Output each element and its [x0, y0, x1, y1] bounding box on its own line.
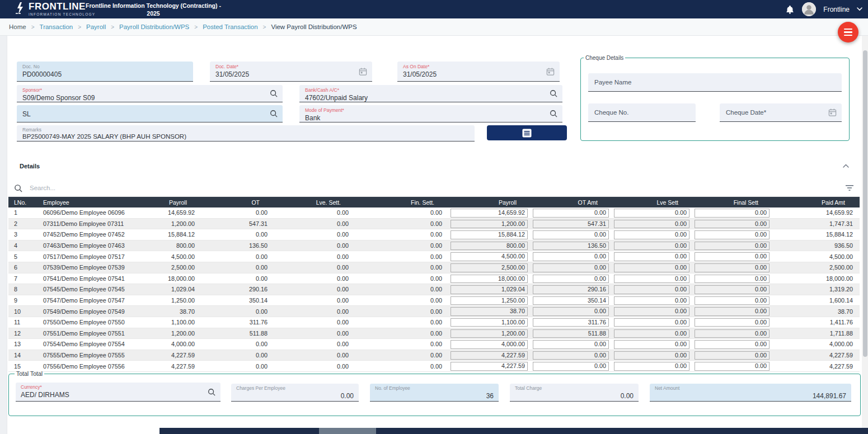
- amount-input[interactable]: 547.31: [533, 220, 609, 229]
- remarks-list-button[interactable]: [487, 125, 567, 140]
- amount-input[interactable]: 14,659.92: [451, 209, 528, 218]
- amount-input[interactable]: 0.00: [614, 362, 689, 371]
- amount-input[interactable]: 0.00: [614, 252, 689, 261]
- remarks-field[interactable]: Remarks BP25000749-MAY 2025 SALARY (BHP …: [17, 125, 475, 141]
- user-menu-label[interactable]: Frontline: [823, 6, 850, 13]
- amount-input[interactable]: 0.00: [695, 318, 770, 327]
- amount-input[interactable]: 0.00: [695, 275, 770, 284]
- amount-input[interactable]: 1,029.04: [451, 285, 528, 294]
- amount-input[interactable]: 0.00: [614, 351, 689, 360]
- amount-input[interactable]: 0.00: [614, 307, 689, 316]
- bank-cash-field[interactable]: Bank/Cash A/C* 47602/Unpaid Salary: [299, 85, 562, 102]
- amount-input[interactable]: 0.00: [614, 318, 689, 327]
- amount-input[interactable]: 511.88: [533, 329, 609, 338]
- breadcrumb-payroll[interactable]: Payroll: [86, 23, 106, 30]
- amount-input[interactable]: 0.00: [614, 230, 689, 239]
- sl-field[interactable]: SL: [17, 105, 283, 122]
- notification-bell-icon[interactable]: [785, 4, 795, 15]
- amount-input[interactable]: 0.00: [695, 285, 770, 294]
- cheque-date-calendar-icon[interactable]: [828, 108, 837, 117]
- breadcrumb-payroll-distribution[interactable]: Payroll Distribution/WPS: [119, 23, 189, 30]
- amount-input[interactable]: 15,884.12: [451, 230, 528, 239]
- amount-input[interactable]: 0.00: [695, 263, 770, 272]
- amount-input[interactable]: 0.00: [695, 209, 770, 218]
- amount-input[interactable]: 0.00: [695, 296, 770, 305]
- cheque-date-input[interactable]: Cheque Date*: [720, 103, 842, 122]
- amount-input[interactable]: 2,500.00: [451, 263, 528, 272]
- breadcrumb-posted-transaction[interactable]: Posted Transaction: [203, 23, 257, 30]
- doc-date-field[interactable]: Doc. Date* 31/05/2025: [210, 62, 372, 82]
- mode-of-payment-field[interactable]: Mode of Payment* Bank: [299, 105, 562, 122]
- amount-input[interactable]: 0.00: [695, 329, 770, 338]
- amount-input[interactable]: 1,250.00: [451, 296, 528, 305]
- amount-input[interactable]: 0.00: [533, 362, 609, 371]
- amount-input[interactable]: 0.00: [614, 263, 689, 272]
- amount-input[interactable]: 1,200.00: [451, 220, 528, 229]
- amount-input[interactable]: 0.00: [614, 340, 689, 349]
- actions-menu-fab[interactable]: [838, 22, 858, 43]
- amount-input[interactable]: 136.50: [533, 242, 609, 251]
- amount-input[interactable]: 1,200.00: [451, 329, 528, 338]
- horizontal-scrollbar-track[interactable]: [159, 428, 868, 434]
- amount-input[interactable]: 0.00: [533, 263, 609, 272]
- amount-input[interactable]: 0.00: [695, 362, 770, 371]
- amount-input[interactable]: 0.00: [533, 275, 609, 284]
- amount-input[interactable]: 0.00: [533, 340, 609, 349]
- sponsor-search-icon[interactable]: [270, 89, 278, 97]
- amount-input[interactable]: 0.00: [695, 307, 770, 316]
- amount-input[interactable]: 0.00: [614, 285, 689, 294]
- amount-input[interactable]: 0.00: [614, 209, 689, 218]
- currency-field[interactable]: Currency* AED/ DIRHAMS: [16, 383, 220, 402]
- amount-input[interactable]: 0.00: [533, 230, 609, 239]
- amount-input[interactable]: 38.70: [451, 307, 528, 316]
- horizontal-scrollbar-thumb[interactable]: [319, 428, 376, 434]
- amount-input[interactable]: 18,000.00: [451, 275, 528, 284]
- sponsor-field[interactable]: Sponsor* S09/Demo Sponsor S09: [17, 85, 283, 102]
- bank-cash-search-icon[interactable]: [550, 89, 557, 97]
- amount-input[interactable]: 0.00: [614, 329, 689, 338]
- amount-input[interactable]: 0.00: [614, 296, 689, 305]
- amount-input[interactable]: 4,227.59: [451, 362, 528, 371]
- amount-input[interactable]: 290.16: [533, 285, 609, 294]
- cheque-no-input[interactable]: Cheque No.: [588, 103, 696, 122]
- user-menu-chevron-down-icon[interactable]: [857, 7, 862, 11]
- amount-input[interactable]: 0.00: [695, 220, 770, 229]
- vertical-scrollbar-track[interactable]: [862, 36, 868, 434]
- amount-input[interactable]: 311.76: [533, 318, 609, 327]
- charges-per-employee-field[interactable]: Charges Per Employee 0.00: [231, 384, 359, 402]
- filter-icon[interactable]: [845, 185, 854, 191]
- amount-input[interactable]: 800.00: [451, 242, 528, 251]
- amount-input[interactable]: 0.00: [614, 220, 689, 229]
- amount-input[interactable]: 0.00: [533, 351, 609, 360]
- mode-of-payment-search-icon[interactable]: [550, 110, 557, 117]
- amount-input[interactable]: 0.00: [533, 307, 609, 316]
- amount-input[interactable]: 0.00: [695, 340, 770, 349]
- details-collapse-chevron-up-icon[interactable]: [843, 164, 849, 168]
- doc-date-calendar-icon[interactable]: [359, 67, 367, 76]
- total-charge-field[interactable]: Total Charge 0.00: [510, 384, 639, 402]
- breadcrumb-home[interactable]: Home: [9, 23, 26, 30]
- amount-input[interactable]: 350.14: [533, 296, 609, 305]
- amount-input[interactable]: 0.00: [695, 252, 770, 261]
- amount-input[interactable]: 0.00: [533, 252, 609, 261]
- amount-input[interactable]: 4,500.00: [451, 252, 528, 261]
- amount-input[interactable]: 0.00: [614, 242, 689, 251]
- user-avatar[interactable]: [802, 2, 816, 16]
- search-input[interactable]: [29, 184, 845, 192]
- as-on-date-field[interactable]: As On Date* 31/05/2025: [397, 62, 560, 82]
- as-on-date-calendar-icon[interactable]: [546, 67, 555, 76]
- amount-input[interactable]: 0.00: [695, 242, 770, 251]
- payee-name-input[interactable]: Payee Name: [588, 73, 842, 92]
- amount-input[interactable]: 4,000.00: [451, 340, 528, 349]
- doc-no-field[interactable]: Doc. No PD00000405: [17, 62, 193, 82]
- breadcrumb-transaction[interactable]: Transaction: [40, 23, 73, 30]
- amount-input[interactable]: 0.00: [614, 275, 689, 284]
- vertical-scrollbar-thumb[interactable]: [863, 50, 867, 357]
- currency-search-icon[interactable]: [208, 388, 215, 396]
- amount-input[interactable]: 0.00: [695, 351, 770, 360]
- amount-input[interactable]: 0.00: [695, 230, 770, 239]
- amount-input[interactable]: 1,100.00: [451, 318, 528, 327]
- amount-input[interactable]: 0.00: [533, 209, 609, 218]
- amount-input[interactable]: 4,227.59: [451, 351, 528, 360]
- sl-search-icon[interactable]: [270, 110, 278, 117]
